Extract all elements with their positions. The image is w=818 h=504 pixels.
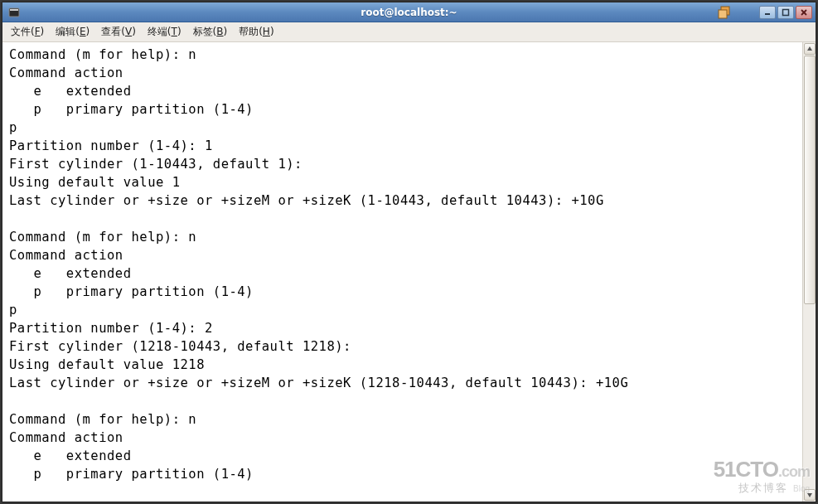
svg-marker-8 bbox=[807, 46, 812, 51]
terminal-body: Command (m for help): n Command action e… bbox=[2, 42, 816, 502]
scrollbar[interactable] bbox=[802, 42, 816, 502]
window-controls bbox=[759, 6, 812, 19]
svg-rect-3 bbox=[719, 10, 727, 18]
menubar: 文件(F)编辑(E)查看(V)终端(T)标签(B)帮助(H) bbox=[2, 22, 816, 42]
window-title: root@localhost:~ bbox=[2, 7, 816, 18]
titlebar[interactable]: root@localhost:~ bbox=[2, 2, 816, 22]
menu-item-h[interactable]: 帮助(H) bbox=[234, 23, 278, 41]
maximize-button[interactable] bbox=[777, 6, 794, 19]
background-windows-icon bbox=[716, 4, 733, 21]
menu-item-t[interactable]: 终端(T) bbox=[143, 23, 186, 41]
menu-item-v[interactable]: 查看(V) bbox=[96, 23, 141, 41]
terminal-app-icon bbox=[7, 6, 21, 19]
scroll-up-button[interactable] bbox=[804, 43, 816, 55]
svg-rect-1 bbox=[10, 9, 18, 11]
scroll-thumb[interactable] bbox=[804, 56, 816, 304]
close-button[interactable] bbox=[796, 6, 812, 19]
minimize-button[interactable] bbox=[759, 6, 776, 19]
svg-rect-5 bbox=[783, 9, 789, 15]
menu-item-e[interactable]: 编辑(E) bbox=[51, 23, 94, 41]
terminal-window: root@localhost:~ 文件(F)编辑(E)查看(V)终端(T)标签(… bbox=[2, 2, 816, 502]
menu-item-b[interactable]: 标签(B) bbox=[188, 23, 233, 41]
scroll-down-button[interactable] bbox=[804, 489, 816, 501]
terminal-output[interactable]: Command (m for help): n Command action e… bbox=[2, 42, 802, 502]
menu-item-f[interactable]: 文件(F) bbox=[6, 23, 49, 41]
svg-marker-9 bbox=[807, 493, 812, 497]
